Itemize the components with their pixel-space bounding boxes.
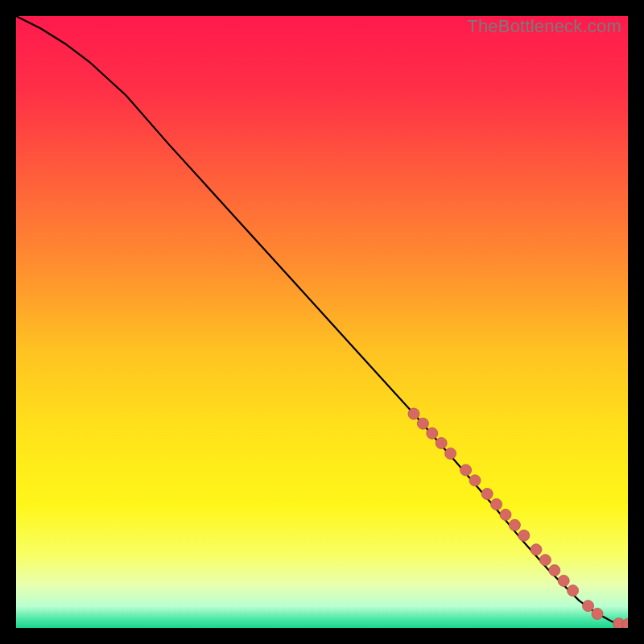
data-marker: [481, 489, 493, 500]
data-marker: [568, 585, 579, 597]
data-marker: [436, 437, 447, 448]
data-marker: [469, 475, 481, 486]
data-marker: [408, 408, 419, 419]
data-marker: [549, 565, 560, 576]
chart-frame: TheBottleneck.com: [16, 16, 628, 628]
data-marker: [417, 418, 428, 429]
data-marker: [500, 509, 511, 520]
data-marker: [518, 530, 530, 541]
data-marker: [427, 427, 438, 439]
chart-background-gradient: [16, 16, 628, 628]
data-marker: [509, 519, 520, 530]
chart-svg: [16, 16, 628, 628]
data-marker: [491, 498, 502, 510]
data-marker: [592, 609, 603, 620]
data-marker: [558, 575, 569, 586]
data-marker: [460, 464, 472, 476]
watermark-text: TheBottleneck.com: [467, 16, 621, 37]
data-marker: [583, 601, 594, 612]
data-marker: [445, 448, 456, 459]
data-marker: [539, 555, 551, 566]
data-marker: [530, 544, 542, 555]
